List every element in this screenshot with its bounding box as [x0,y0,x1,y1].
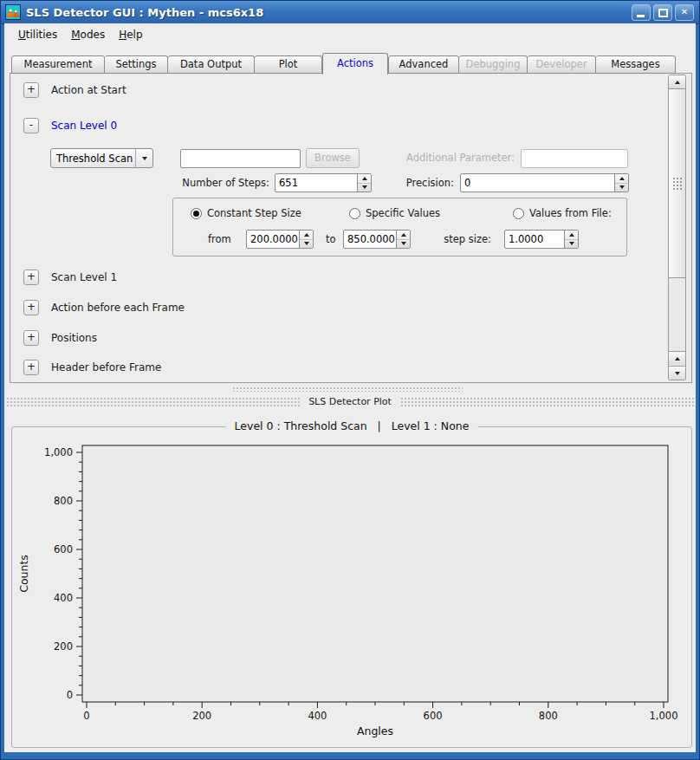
number-of-steps-spinbox[interactable]: 651 [275,173,372,192]
spin-down-icon[interactable] [565,239,578,249]
from-value: 200.0000 [247,231,299,248]
scan-mode-select[interactable]: Threshold Scan [50,148,153,168]
tab-advanced[interactable]: Advanced [388,55,459,74]
scroll-down-button[interactable] [669,366,685,380]
svg-text:1,000: 1,000 [650,710,678,722]
minimize-icon [637,15,645,17]
step-size-label: step size: [438,230,491,249]
dock-texture-left [6,397,300,406]
step-size-spinbox[interactable]: 1.0000 [504,230,579,249]
step-mode-groupbox: Constant Step Size Specific Values Value… [172,198,627,257]
scroll-down-icon [675,372,680,375]
constant-step-size-radio[interactable] [191,208,202,219]
scroll-up-icon [675,81,680,84]
number-of-steps-value: 651 [275,174,357,192]
maximize-icon [658,9,668,17]
section-action-at-start-label: Action at Start [51,82,126,98]
number-of-steps-label: Number of Steps: [178,173,269,192]
tab-measurement[interactable]: Measurement [11,55,105,74]
svg-text:800: 800 [539,710,558,722]
section-action-before-each-frame-label: Action before each Frame [51,300,185,315]
window-content: Utilities Modes Help Measurement Setting… [4,23,696,752]
menu-help[interactable]: Help [112,25,149,44]
svg-text:0: 0 [83,710,89,722]
plot-groupbox: Level 0 : Threshold Scan | Level 1 : Non… [11,426,692,748]
scrollbar-thumb[interactable] [669,88,685,278]
tab-actions[interactable]: Actions [322,53,388,75]
expand-action-before-each-frame-button[interactable]: + [23,300,39,315]
scroll-up-icon [675,357,680,361]
from-label: from [208,230,231,249]
expand-scan-level-1-button[interactable]: + [23,270,39,285]
window-controls: ✕ [632,4,694,21]
to-spinbox[interactable]: 850.0000 [343,230,411,249]
scan-script-input[interactable] [180,149,301,168]
title-bar[interactable]: SLS Detector GUI : Mythen - mcs6x18 ✕ [1,1,699,24]
to-label: to [326,230,336,249]
scroll-up-button[interactable] [669,75,685,89]
tab-bar: Measurement Settings Data Output Plot Ac… [11,53,676,74]
actions-panel: + Action at Start - Scan Level 0 Thresho… [10,73,692,383]
menu-modes[interactable]: Modes [64,25,112,44]
precision-spinbox[interactable]: 0 [460,173,629,192]
values-from-file-label[interactable]: Values from File: [529,207,612,220]
spin-down-icon[interactable] [615,183,628,192]
specific-values-label[interactable]: Specific Values [366,207,440,220]
section-scan-level-1-label: Scan Level 1 [51,270,117,285]
svg-text:600: 600 [54,543,73,555]
plot-canvas[interactable]: 02004006008001,00002004006008001,000Angl… [12,427,691,747]
app-icon [5,4,21,20]
spin-down-icon[interactable] [397,239,410,249]
from-spinbox[interactable]: 200.0000 [246,230,314,249]
spin-down-icon[interactable] [358,183,371,192]
svg-text:400: 400 [54,592,73,604]
additional-parameter-input [521,149,628,168]
tab-messages[interactable]: Messages [596,55,676,74]
menu-bar: Utilities Modes Help [4,23,696,46]
scroll-up-button-2[interactable] [669,351,685,365]
plot-dock-header[interactable]: SLS Detector Plot [6,395,694,408]
values-from-file-radio[interactable] [513,208,524,219]
to-value: 850.0000 [344,231,396,248]
tab-developer: Developer [528,55,596,74]
specific-values-radio[interactable] [349,208,360,219]
spin-up-icon[interactable] [300,231,313,239]
expand-action-at-start-button[interactable]: + [23,82,39,98]
spin-up-icon[interactable] [397,231,410,239]
plot-dock-title: SLS Detector Plot [300,396,400,407]
minimize-button[interactable] [632,4,651,21]
step-size-value: 1.0000 [505,231,564,248]
svg-text:Counts: Counts [17,555,30,593]
maximize-button[interactable] [653,4,672,21]
vertical-scrollbar[interactable] [668,75,686,380]
svg-text:600: 600 [424,710,443,722]
scan-mode-value: Threshold Scan [51,149,135,167]
combo-arrow-icon [135,149,152,167]
application-window: SLS Detector GUI : Mythen - mcs6x18 ✕ Ut… [0,0,700,760]
svg-text:Angles: Angles [357,724,393,737]
section-header-before-frame-label: Header before Frame [51,360,161,375]
spin-up-icon[interactable] [615,174,628,183]
window-title: SLS Detector GUI : Mythen - mcs6x18 [26,6,263,19]
spin-up-icon[interactable] [565,231,578,239]
expand-header-before-frame-button[interactable]: + [23,360,39,375]
close-button[interactable]: ✕ [675,4,694,21]
spin-up-icon[interactable] [358,174,371,183]
expand-positions-button[interactable]: + [23,330,39,346]
tab-settings[interactable]: Settings [105,55,168,74]
tab-debugging: Debugging [459,55,528,74]
close-icon: ✕ [681,7,688,16]
svg-text:800: 800 [54,495,73,507]
tab-data-output[interactable]: Data Output [168,55,255,74]
precision-value: 0 [461,174,614,192]
tab-plot[interactable]: Plot [255,55,322,74]
collapse-scan-level-0-button[interactable]: - [23,118,39,133]
browse-button: Browse [306,148,360,168]
svg-text:400: 400 [308,710,327,722]
splitter-handle[interactable] [232,386,463,392]
spin-down-icon[interactable] [300,239,313,249]
svg-text:0: 0 [67,689,73,701]
menu-utilities[interactable]: Utilities [11,25,64,44]
constant-step-size-label[interactable]: Constant Step Size [207,207,301,220]
section-positions-label: Positions [51,330,97,346]
